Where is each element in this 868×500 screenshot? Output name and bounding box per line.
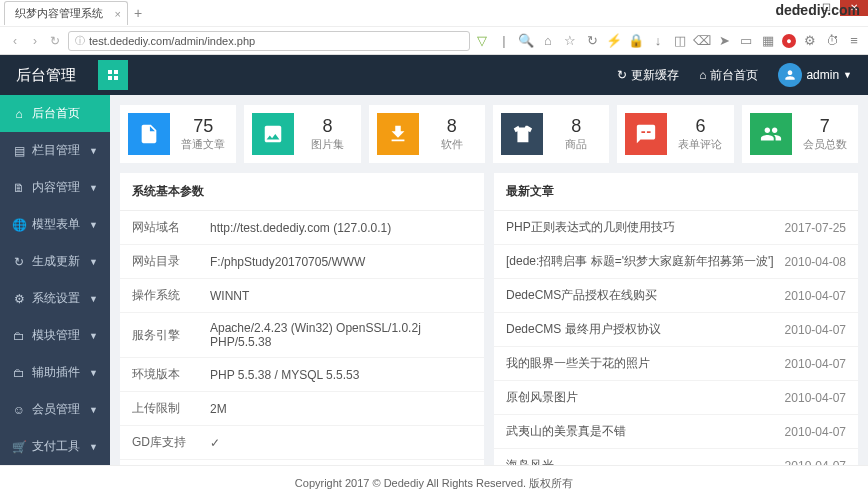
article-row[interactable]: [dede:招聘启事 标题='织梦大家庭新年招募第一波']2010-04-08 <box>494 245 858 279</box>
gear-icon[interactable]: ⚙ <box>802 33 818 49</box>
tab-icon[interactable]: ▭ <box>738 33 754 49</box>
chevron-down-icon: ▼ <box>89 331 98 341</box>
chevron-down-icon: ▼ <box>89 405 98 415</box>
bolt-icon[interactable]: ⚡ <box>606 33 622 49</box>
row-value: http://test.dedediy.com (127.0.0.1) <box>210 221 472 235</box>
article-row[interactable]: 我的眼界一些关于花的照片2010-04-07 <box>494 347 858 381</box>
browser-toolbar: ▽ | 🔍 ⌂ ☆ ↻ ⚡ 🔒 ↓ ◫ ⌫ ➤ ▭ ▦ ● ⚙ ⏱ ≡ <box>474 33 862 49</box>
forward-icon[interactable]: › <box>26 32 44 50</box>
speed-icon[interactable]: ⏱ <box>824 33 840 49</box>
stat-number: 8 <box>427 116 477 137</box>
topbar: 后台管理 ↻ 更新缓存 ⌂ 前台首页 admin ▼ <box>0 55 868 95</box>
article-row[interactable]: 原创风景图片2010-04-07 <box>494 381 858 415</box>
system-row: GD库支持✓ <box>120 426 484 460</box>
url-input[interactable]: ⓘ test.dedediy.com/admin/index.php <box>68 31 470 51</box>
star-icon[interactable]: ☆ <box>562 33 578 49</box>
chevron-down-icon: ▼ <box>89 146 98 156</box>
row-value: Apache/2.4.23 (Win32) OpenSSL/1.0.2j PHP… <box>210 321 472 349</box>
sidebar-label: 内容管理 <box>32 179 80 196</box>
browser-chrome: — ☐ ✕ 织梦内容管理系统 × + dedediy.com ‹ › ↻ ⓘ t… <box>0 0 868 55</box>
stat-info: 75普通文章 <box>178 116 228 152</box>
article-title: 我的眼界一些关于花的照片 <box>506 355 785 372</box>
block-icon[interactable]: ● <box>782 34 796 48</box>
menu-toggle-button[interactable] <box>98 60 128 90</box>
row-key: GD库支持 <box>132 434 210 451</box>
reload-icon[interactable]: ↻ <box>46 32 64 50</box>
stat-card-2[interactable]: 8软件 <box>369 105 485 163</box>
grid-icon <box>108 70 118 80</box>
tab-close-icon[interactable]: × <box>115 8 121 20</box>
chevron-down-icon: ▼ <box>89 294 98 304</box>
row-key: 网站域名 <box>132 219 210 236</box>
url-bar: ‹ › ↻ ⓘ test.dedediy.com/admin/index.php… <box>0 26 868 54</box>
home-icon[interactable]: ⌂ <box>540 33 556 49</box>
refresh-cache-button[interactable]: ↻ 更新缓存 <box>617 67 679 84</box>
panels: 系统基本参数 网站域名http://test.dedediy.com (127.… <box>120 173 858 465</box>
img-icon <box>252 113 294 155</box>
article-row[interactable]: PHP正则表达式的几则使用技巧2017-07-25 <box>494 211 858 245</box>
article-row[interactable]: DedeCMS 最终用户授权协议2010-04-07 <box>494 313 858 347</box>
doc-icon <box>128 113 170 155</box>
sidebar-item-2[interactable]: 🗎内容管理▼ <box>0 169 110 206</box>
home-icon: ⌂ <box>699 68 706 82</box>
stat-card-3[interactable]: 8商品 <box>493 105 609 163</box>
folder-icon: 🗀 <box>12 366 26 380</box>
send-icon[interactable]: ➤ <box>716 33 732 49</box>
sidebar-item-4[interactable]: ↻生成更新▼ <box>0 243 110 280</box>
sidebar-item-7[interactable]: 🗀辅助插件▼ <box>0 354 110 391</box>
system-row: 操作系统WINNT <box>120 279 484 313</box>
article-title: DedeCMS产品授权在线购买 <box>506 287 785 304</box>
user-icon: ☺ <box>12 403 26 417</box>
refresh-icon: ↻ <box>12 255 26 269</box>
sidebar-item-1[interactable]: ▤栏目管理▼ <box>0 132 110 169</box>
menu-icon[interactable]: ≡ <box>846 33 862 49</box>
sidebar-label: 系统设置 <box>32 290 80 307</box>
sidebar-item-9[interactable]: 🛒支付工具▼ <box>0 428 110 465</box>
article-row[interactable]: 武夷山的美景真是不错2010-04-07 <box>494 415 858 449</box>
stat-card-0[interactable]: 75普通文章 <box>120 105 236 163</box>
article-date: 2010-04-07 <box>785 323 846 337</box>
stat-card-5[interactable]: 7会员总数 <box>742 105 858 163</box>
stat-label: 图片集 <box>302 137 352 152</box>
stat-card-1[interactable]: 8图片集 <box>244 105 360 163</box>
avatar <box>778 63 802 87</box>
sidebar-item-6[interactable]: 🗀模块管理▼ <box>0 317 110 354</box>
main-content: 75普通文章8图片集8软件8商品6表单评论7会员总数 系统基本参数 网站域名ht… <box>110 95 868 465</box>
users-icon <box>750 113 792 155</box>
stat-info: 6表单评论 <box>675 116 725 152</box>
article-row[interactable]: 海岛风光2010-04-07 <box>494 449 858 465</box>
cart-icon: 🛒 <box>12 440 26 454</box>
new-tab-button[interactable]: + <box>134 5 142 21</box>
app: 后台管理 ↻ 更新缓存 ⌂ 前台首页 admin ▼ ⌂后台首页▤栏目管理▼🗎内 <box>0 55 868 500</box>
history-icon[interactable]: ↻ <box>584 33 600 49</box>
lock-icon[interactable]: 🔒 <box>628 33 644 49</box>
stats-row: 75普通文章8图片集8软件8商品6表单评论7会员总数 <box>120 105 858 163</box>
article-title: [dede:招聘启事 标题='织梦大家庭新年招募第一波'] <box>506 253 785 270</box>
user-menu[interactable]: admin ▼ <box>778 63 852 87</box>
crop-icon[interactable]: ◫ <box>672 33 688 49</box>
sidebar-item-8[interactable]: ☺会员管理▼ <box>0 391 110 428</box>
download-icon[interactable]: ↓ <box>650 33 666 49</box>
back-icon[interactable]: ‹ <box>6 32 24 50</box>
stat-info: 8软件 <box>427 116 477 152</box>
sidebar-item-5[interactable]: ⚙系统设置▼ <box>0 280 110 317</box>
divider-icon: | <box>496 33 512 49</box>
sidebar-item-3[interactable]: 🌐模型表单▼ <box>0 206 110 243</box>
browser-tab[interactable]: 织梦内容管理系统 × <box>4 1 128 25</box>
search-icon[interactable]: 🔍 <box>518 33 534 49</box>
shield-icon[interactable]: ▽ <box>474 33 490 49</box>
stat-card-4[interactable]: 6表单评论 <box>617 105 733 163</box>
stat-info: 8图片集 <box>302 116 352 152</box>
eraser-icon[interactable]: ⌫ <box>694 33 710 49</box>
row-key: 操作系统 <box>132 287 210 304</box>
article-row[interactable]: DedeCMS产品授权在线购买2010-04-07 <box>494 279 858 313</box>
stat-number: 7 <box>800 116 850 137</box>
sidebar-item-0[interactable]: ⌂后台首页 <box>0 95 110 132</box>
system-panel-title: 系统基本参数 <box>120 173 484 211</box>
row-value: 2M <box>210 402 472 416</box>
list-icon: ▤ <box>12 144 26 158</box>
stat-info: 8商品 <box>551 116 601 152</box>
frontend-home-button[interactable]: ⌂ 前台首页 <box>699 67 758 84</box>
grid-icon[interactable]: ▦ <box>760 33 776 49</box>
info-icon: ⓘ <box>75 34 85 48</box>
